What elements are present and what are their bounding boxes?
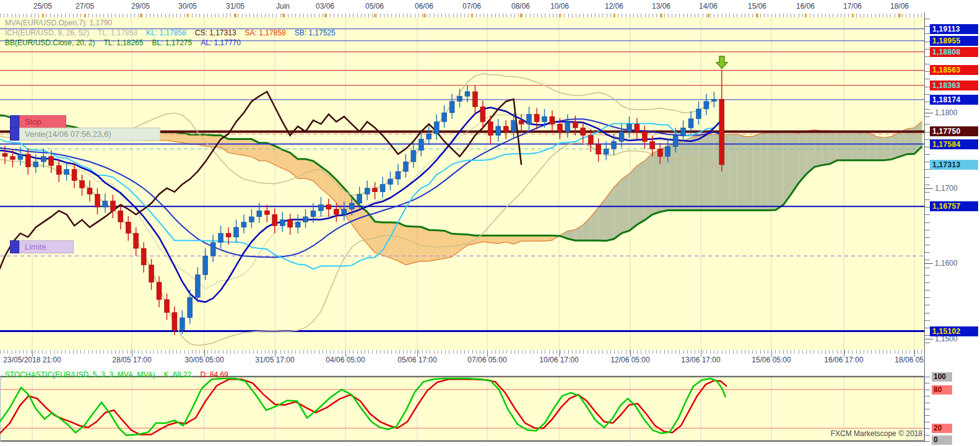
cloud-segment bbox=[814, 130, 822, 167]
bottom-axis-label[interactable]: 28/05 17:00 bbox=[112, 356, 151, 364]
price-axis-label: 1,1600 bbox=[935, 259, 958, 268]
candle-body bbox=[2, 154, 7, 157]
order-label[interactable]: Vente(14/06 07:56,23,6) bbox=[19, 128, 160, 141]
main-price-chart[interactable] bbox=[0, 17, 924, 350]
candle-body bbox=[496, 126, 501, 136]
cloud-segment bbox=[845, 131, 852, 160]
bottom-axis-major-tick bbox=[701, 350, 701, 357]
bottom-axis-label[interactable]: 16/06 17:00 bbox=[824, 356, 863, 364]
top-axis-label[interactable]: 08/06 bbox=[511, 2, 530, 11]
bottom-axis-label[interactable]: 31/05 17:00 bbox=[255, 356, 294, 364]
candle-body bbox=[18, 154, 23, 160]
bottom-axis-label[interactable]: 07/06 05:00 bbox=[467, 356, 506, 364]
legend-item: KL: 1,17858 bbox=[146, 28, 186, 37]
bottom-axis-label[interactable]: 10/06 17:00 bbox=[539, 356, 578, 364]
cloud-segment bbox=[644, 153, 652, 220]
candle-body bbox=[573, 122, 578, 128]
candle-body bbox=[157, 282, 162, 300]
price-axis-major-tick bbox=[925, 113, 933, 113]
top-axis-label[interactable]: 25/05 bbox=[33, 2, 52, 11]
top-axis-label[interactable]: 03/06 bbox=[316, 2, 334, 11]
candle-body bbox=[33, 162, 38, 167]
top-axis-label[interactable]: 30/05 bbox=[178, 2, 197, 11]
price-axis-major-tick bbox=[925, 339, 933, 339]
top-axis-label[interactable]: 27/05 bbox=[76, 2, 94, 11]
legend-item: MVA(EUR/USD.Open,7): 1,1790 bbox=[5, 19, 112, 27]
bottom-axis-label[interactable]: 23/05/2018 21:00 bbox=[3, 356, 61, 364]
top-axis-label[interactable]: 17/06 bbox=[843, 2, 862, 11]
legend-row: ICH(EUR/USD, 9, 26, 52)TL: 1,17858KL: 1,… bbox=[5, 28, 344, 37]
order-drag-handle[interactable] bbox=[10, 115, 19, 128]
candle-body bbox=[41, 157, 46, 162]
bottom-axis-label[interactable]: 05/06 17:00 bbox=[397, 356, 436, 364]
candle-body bbox=[519, 120, 524, 124]
top-axis-label[interactable]: 07/06 bbox=[462, 2, 481, 11]
top-axis-label[interactable]: 15/06 bbox=[748, 2, 766, 11]
candle-body bbox=[342, 209, 347, 215]
bottom-axis-major-tick bbox=[771, 350, 772, 357]
top-axis-label[interactable]: 16/06 bbox=[796, 2, 815, 11]
candle-body bbox=[10, 157, 15, 160]
candle-body bbox=[681, 128, 686, 135]
cloud-segment bbox=[838, 131, 845, 160]
candle-body bbox=[619, 131, 624, 141]
bottom-axis-label[interactable]: 13/06 17:00 bbox=[681, 356, 720, 364]
top-axis-label[interactable]: 14/06 bbox=[699, 2, 718, 11]
legend-item: TL: 1,18265 bbox=[103, 38, 143, 47]
candle-body bbox=[480, 107, 485, 121]
bottom-axis-label[interactable]: 12/06 05:00 bbox=[610, 356, 649, 364]
candle-body bbox=[719, 99, 724, 165]
top-axis-label[interactable]: 31/05 bbox=[226, 2, 245, 11]
candle-body bbox=[542, 116, 547, 122]
top-axis-orange-tick bbox=[614, 14, 615, 17]
top-axis-label[interactable]: 10/06 bbox=[550, 2, 569, 11]
candle-body bbox=[365, 188, 370, 195]
candle-body bbox=[357, 194, 362, 203]
candle-body bbox=[241, 222, 246, 227]
bottom-axis-label[interactable]: 30/05 05:00 bbox=[184, 356, 223, 364]
cloud-segment bbox=[868, 133, 875, 160]
bottom-axis-major-tick bbox=[132, 350, 132, 357]
top-axis-orange-tick bbox=[374, 14, 376, 17]
bottom-axis-label[interactable]: 15/06 05:00 bbox=[752, 356, 791, 364]
cloud-segment bbox=[444, 230, 452, 258]
bottom-axis-major-tick bbox=[204, 350, 205, 357]
order-label[interactable]: Limite bbox=[19, 240, 74, 253]
top-axis-label[interactable]: 06/06 bbox=[415, 2, 433, 11]
candle-body bbox=[472, 92, 477, 107]
candle-body bbox=[627, 124, 631, 131]
candle-body bbox=[288, 220, 293, 227]
top-axis-label[interactable]: 29/05 bbox=[131, 2, 150, 11]
top-axis-orange-tick bbox=[187, 14, 189, 17]
candle-body bbox=[534, 114, 539, 121]
price-tag: 1,17584 bbox=[930, 139, 978, 149]
top-axis-label[interactable]: 05/06 bbox=[365, 2, 384, 11]
top-axis-orange-tick bbox=[140, 14, 142, 17]
candle-body bbox=[210, 242, 215, 256]
candle-body bbox=[581, 128, 586, 135]
top-axis-label[interactable]: 18/06 bbox=[890, 2, 909, 11]
price-axis-ticks bbox=[925, 19, 930, 349]
top-axis-label[interactable]: 13/06 bbox=[652, 2, 670, 11]
candle-body bbox=[87, 188, 92, 195]
candle-body bbox=[457, 96, 462, 102]
stochastic-legend-item: STOCHASTIC(EUR/USD, 5, 3, 3, MVA, MVA) bbox=[5, 370, 155, 379]
top-axis-orange-tick bbox=[559, 14, 561, 17]
cloud-segment bbox=[745, 136, 752, 210]
candle-body bbox=[396, 172, 401, 179]
top-axis-label[interactable]: 12/06 bbox=[605, 2, 623, 11]
order-drag-handle[interactable] bbox=[10, 240, 19, 253]
top-axis-label[interactable]: Juin bbox=[276, 2, 290, 11]
order-tag-vente[interactable]: Vente(14/06 07:56,23,6) bbox=[10, 128, 160, 141]
order-drag-handle[interactable] bbox=[10, 128, 19, 141]
order-tag-limite[interactable]: Limite bbox=[10, 240, 74, 253]
price-tag: 1,17750 bbox=[930, 126, 978, 136]
order-tag-stop[interactable]: Stop bbox=[10, 115, 66, 128]
price-tag: 1,18563 bbox=[930, 65, 978, 75]
candle-body bbox=[264, 211, 269, 214]
candle-body bbox=[666, 147, 670, 157]
bottom-axis-label[interactable]: 04/06 05:00 bbox=[326, 356, 365, 364]
top-axis-orange-tick bbox=[805, 14, 807, 17]
stochastic-axis-tag: 80 bbox=[932, 385, 952, 395]
order-label[interactable]: Stop bbox=[19, 115, 66, 128]
